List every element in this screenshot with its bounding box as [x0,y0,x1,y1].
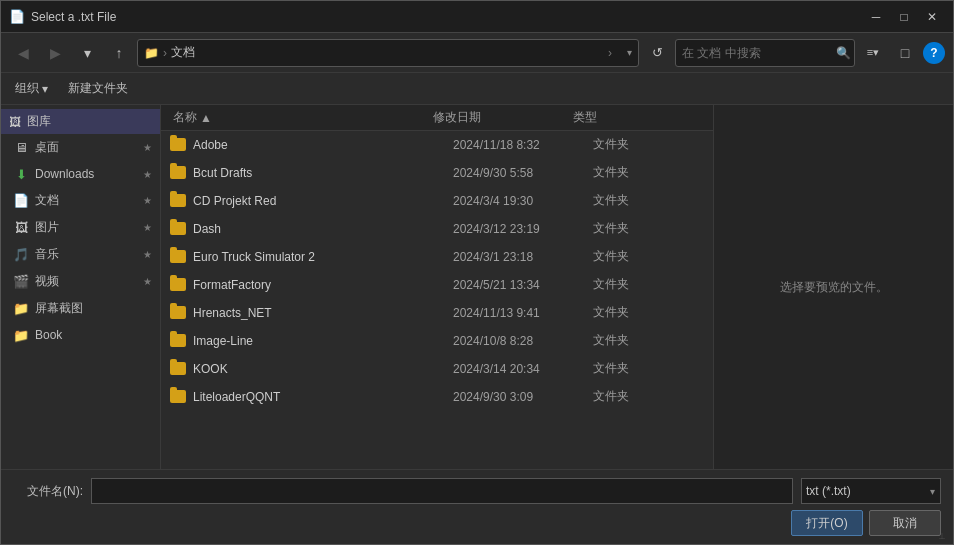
organize-arrow: ▾ [42,82,48,96]
downloads-label: Downloads [35,167,137,181]
col-header-type[interactable]: 类型 [569,109,649,126]
file-date: 2024/3/4 19:30 [453,194,593,208]
pictures-icon: 🖼 [13,220,29,236]
file-name: Bcut Drafts [193,166,453,180]
file-date: 2024/11/18 8:32 [453,138,593,152]
dialog-title: Select a .txt File [31,10,863,24]
forward-button[interactable]: ▶ [41,39,69,67]
filename-input[interactable] [91,478,793,504]
file-date: 2024/3/1 23:18 [453,250,593,264]
folder-icon [169,332,187,350]
folder-icon [169,164,187,182]
file-type: 文件夹 [593,388,673,405]
downloads-icon: ⬇ [13,166,29,182]
folder-icon [169,388,187,406]
screenshots-icon: 📁 [13,301,29,317]
folder-icon [169,136,187,154]
table-row[interactable]: FormatFactory2024/5/21 13:34文件夹 [161,271,713,299]
file-name: Adobe [193,138,453,152]
filename-label: 文件名(N): [13,483,83,500]
filetype-select[interactable]: txt (*.txt) 所有文件 (*.*) [801,478,941,504]
col-sort-icon: ▲ [200,111,212,125]
desktop-icon: 🖥 [13,140,29,156]
col-header-name[interactable]: 名称 ▲ [169,109,429,126]
search-input[interactable] [682,46,832,60]
resize-handle[interactable]: ⟂ [939,530,951,542]
videos-pin: ★ [143,276,152,287]
file-type: 文件夹 [593,164,673,181]
new-folder-button[interactable]: 新建文件夹 [62,77,134,100]
sidebar-item-documents[interactable]: 📄 文档 ★ [1,187,160,214]
music-icon: 🎵 [13,247,29,263]
file-type: 文件夹 [593,136,673,153]
pictures-pin: ★ [143,222,152,233]
refresh-button[interactable]: ↺ [643,39,671,67]
desktop-label: 桌面 [35,139,137,156]
table-row[interactable]: Image-Line2024/10/8 8:28文件夹 [161,327,713,355]
documents-icon: 📄 [13,193,29,209]
organize-button[interactable]: 组织 ▾ [9,77,54,100]
buttons-row: 打开(O) 取消 [13,510,941,536]
filename-row: 文件名(N): txt (*.txt) 所有文件 (*.*) ▾ [13,478,941,504]
search-bar[interactable]: 🔍 [675,39,855,67]
table-row[interactable]: Adobe2024/11/18 8:32文件夹 [161,131,713,159]
col-header-date[interactable]: 修改日期 [429,109,569,126]
address-bar[interactable]: 📁 › 文档 › ▾ [137,39,639,67]
sidebar-item-pictures[interactable]: 🖼 图片 ★ [1,214,160,241]
library-label: 图库 [27,113,51,130]
table-row[interactable]: Hrenacts_NET2024/11/13 9:41文件夹 [161,299,713,327]
file-type: 文件夹 [593,276,673,293]
title-bar: 📄 Select a .txt File ─ □ ✕ [1,1,953,33]
book-icon: 📁 [13,327,29,343]
file-name: CD Projekt Red [193,194,453,208]
table-row[interactable]: Dash2024/3/12 23:19文件夹 [161,215,713,243]
bottom-bar: 文件名(N): txt (*.txt) 所有文件 (*.*) ▾ 打开(O) 取… [1,469,953,544]
desktop-pin: ★ [143,142,152,153]
table-row[interactable]: KOOK2024/3/14 20:34文件夹 [161,355,713,383]
table-row[interactable]: Euro Truck Simulator 22024/3/1 23:18文件夹 [161,243,713,271]
maximize-button[interactable]: □ [891,6,917,28]
file-date: 2024/3/14 20:34 [453,362,593,376]
documents-label: 文档 [35,192,137,209]
col-name-label: 名称 [173,109,197,126]
view-options-button[interactable]: ≡▾ [859,39,887,67]
folder-icon [169,248,187,266]
file-name: Hrenacts_NET [193,306,453,320]
videos-label: 视频 [35,273,137,290]
table-row[interactable]: LiteloaderQQNT2024/9/30 3:09文件夹 [161,383,713,411]
sidebar: 🖼 图库 🖥 桌面 ★ ⬇ Downloads ★ 📄 文档 ★ [1,105,161,469]
music-pin: ★ [143,249,152,260]
back-button[interactable]: ◀ [9,39,37,67]
minimize-button[interactable]: ─ [863,6,889,28]
file-name: Dash [193,222,453,236]
help-button[interactable]: ? [923,42,945,64]
folder-icon [169,192,187,210]
file-date: 2024/5/21 13:34 [453,278,593,292]
preview-panel: 选择要预览的文件。 [713,105,953,469]
file-name: LiteloaderQQNT [193,390,453,404]
sidebar-item-book[interactable]: 📁 Book [1,322,160,348]
address-path: 文档 [171,44,604,61]
table-row[interactable]: CD Projekt Red2024/3/4 19:30文件夹 [161,187,713,215]
up-button[interactable]: ↑ [105,39,133,67]
close-button[interactable]: ✕ [919,6,945,28]
open-button[interactable]: 打开(O) [791,510,863,536]
file-type: 文件夹 [593,332,673,349]
sidebar-item-videos[interactable]: 🎬 视频 ★ [1,268,160,295]
address-separator: › [163,46,167,60]
preview-toggle-button[interactable]: □ [891,39,919,67]
dropdown-nav-button[interactable]: ▾ [73,39,101,67]
search-icon[interactable]: 🔍 [836,46,851,60]
filetype-select-wrapper: txt (*.txt) 所有文件 (*.*) ▾ [801,478,941,504]
file-date: 2024/11/13 9:41 [453,306,593,320]
organize-label: 组织 [15,80,39,97]
sidebar-item-desktop[interactable]: 🖥 桌面 ★ [1,134,160,161]
screenshots-label: 屏幕截图 [35,300,152,317]
sidebar-item-downloads[interactable]: ⬇ Downloads ★ [1,161,160,187]
table-row[interactable]: Bcut Drafts2024/9/30 5:58文件夹 [161,159,713,187]
sidebar-item-screenshots[interactable]: 📁 屏幕截图 [1,295,160,322]
new-folder-label: 新建文件夹 [68,80,128,97]
preview-message: 选择要预览的文件。 [780,279,888,296]
sidebar-item-music[interactable]: 🎵 音乐 ★ [1,241,160,268]
cancel-button[interactable]: 取消 [869,510,941,536]
